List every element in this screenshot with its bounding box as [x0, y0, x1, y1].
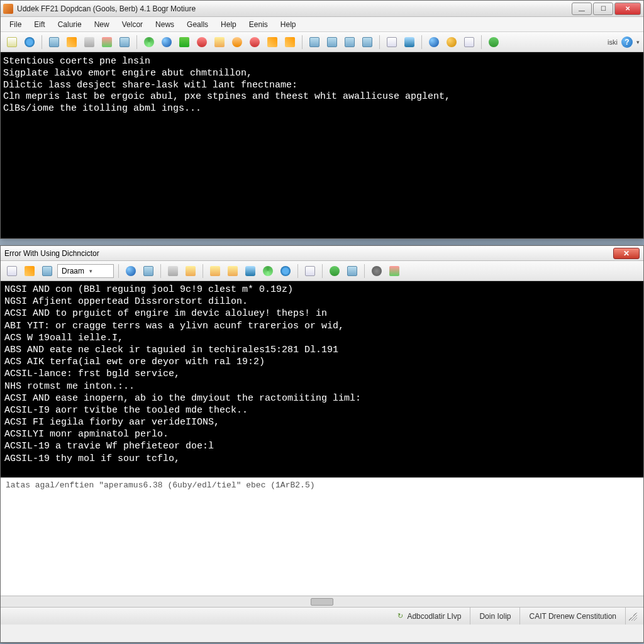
- hand-icon[interactable]: [165, 264, 180, 279]
- console-line: ACS AIK terfa(ial ewt ore deyor with ral…: [4, 356, 640, 368]
- play-icon[interactable]: [486, 35, 501, 50]
- main-window: Uddek FF21 Dopdcan (Gools, Berb) 4.1 Bog…: [0, 0, 644, 239]
- status-bar: ↻ Adbcodlatir LIvp Doin Iolip CAIT Drene…: [1, 607, 643, 625]
- console-line: Sigplate laivo emort engire abut chmtnil…: [3, 68, 641, 80]
- main-menubar: File Eift Calurie New Velcor News Gealls…: [1, 17, 643, 32]
- info-blue-icon[interactable]: [426, 35, 441, 50]
- menu-calurie[interactable]: Calurie: [53, 18, 87, 31]
- globe-icon[interactable]: [22, 35, 37, 50]
- maximize-button[interactable]: [593, 3, 613, 15]
- folder3-icon[interactable]: [208, 264, 223, 279]
- window-icon[interactable]: [307, 35, 322, 50]
- menu-news[interactable]: News: [150, 18, 179, 31]
- resize-grip-icon: [628, 612, 637, 621]
- error-title: Error With Using Dichncictor: [4, 249, 613, 258]
- gear-icon[interactable]: [369, 264, 384, 279]
- window3-icon[interactable]: [342, 35, 357, 50]
- menu-help2[interactable]: Help: [275, 18, 301, 31]
- error-close-button[interactable]: ✕: [613, 248, 640, 259]
- menu-eenis[interactable]: Eenis: [244, 18, 273, 31]
- minimize-button[interactable]: [572, 3, 592, 15]
- tag-icon[interactable]: [282, 35, 297, 50]
- folders-icon[interactable]: [225, 264, 240, 279]
- console-line: ClBs/iome the itolling abml ings...: [3, 103, 641, 115]
- down-arrow-icon[interactable]: [177, 35, 192, 50]
- menu-help[interactable]: Help: [216, 18, 242, 31]
- error-console[interactable]: NGSI AND con (BBl reguing jool 9c!9 cles…: [1, 281, 643, 477]
- console-line: ACSI AND to prguict of engire im devic a…: [4, 308, 640, 319]
- folder2-icon[interactable]: [183, 264, 198, 279]
- doc2-icon[interactable]: [462, 35, 477, 50]
- console-line: ABS AND eate ne cleck ir taguied in tech…: [4, 344, 640, 356]
- help-blue-icon[interactable]: [159, 35, 174, 50]
- folder-icon[interactable]: [212, 35, 227, 50]
- toolbar-right-text: iski: [608, 38, 618, 46]
- clock-icon[interactable]: [123, 264, 138, 279]
- status-segment-1[interactable]: ↻ Adbcodlatir LIvp: [389, 608, 470, 625]
- refresh-status-icon: ↻: [397, 612, 403, 620]
- db-icon[interactable]: [402, 35, 417, 50]
- scrollbar-thumb[interactable]: [311, 598, 333, 606]
- main-console[interactable]: Stentious coerts pne lnsin Sigplate laiv…: [1, 52, 643, 238]
- app-icon: [3, 4, 13, 14]
- bug-icon[interactable]: [247, 35, 262, 50]
- chart2-icon[interactable]: [387, 264, 402, 279]
- console-line: NGSI AND con (BBl reguing jool 9c!9 cles…: [4, 284, 640, 296]
- output-pane[interactable]: latas agal/enftien "aperamus6.38 (6uby/e…: [1, 477, 643, 607]
- main-title: Uddek FF21 Dopdcan (Gools, Berb) 4.1 Bog…: [17, 4, 570, 13]
- db2-icon[interactable]: [243, 264, 258, 279]
- menu-velcor[interactable]: Velcor: [117, 18, 148, 31]
- horizontal-scrollbar[interactable]: [1, 596, 643, 607]
- wand-icon[interactable]: [64, 35, 79, 50]
- window2-icon[interactable]: [325, 35, 340, 50]
- status-segment-2[interactable]: Doin Iolip: [470, 608, 519, 625]
- chevron-down-icon[interactable]: ▾: [636, 39, 640, 45]
- console-line: Cln mepris last be ergoic abul, pxe stpi…: [3, 91, 641, 103]
- status-segment-3[interactable]: CAIT Drenew Censtitution: [519, 608, 625, 625]
- info-yellow-icon[interactable]: [444, 35, 459, 50]
- panel2-icon[interactable]: [40, 264, 55, 279]
- console-line: Dilctic lass desject share-lask witl lan…: [3, 80, 641, 92]
- help-dropdown-icon[interactable]: ?: [621, 36, 633, 48]
- console-line: NHS rotmst me inton.:..: [4, 380, 640, 392]
- error-window: Error With Using Dichncictor ✕ Draam ▾ N…: [0, 245, 644, 643]
- console-line: ACSI FI iegila fiorby aar verideIIONS,: [4, 416, 640, 428]
- pencil2-icon[interactable]: [22, 264, 37, 279]
- console-line: ACS W 19oall ielle.I,: [4, 332, 640, 344]
- menu-gealls[interactable]: Gealls: [182, 18, 213, 31]
- console-line: Stentious coerts pne lnsin: [3, 56, 641, 68]
- panel-icon[interactable]: [117, 35, 132, 50]
- chart-icon[interactable]: [99, 35, 114, 50]
- main-toolbar: iski ? ▾: [1, 32, 643, 52]
- info2-icon[interactable]: [141, 264, 156, 279]
- new-file-icon[interactable]: [4, 35, 19, 50]
- check-icon[interactable]: [327, 264, 342, 279]
- globe2-icon[interactable]: [278, 264, 293, 279]
- main-titlebar[interactable]: Uddek FF21 Dopdcan (Gools, Berb) 4.1 Bog…: [1, 1, 643, 17]
- console-line: ACSIL-lance: frst bgld service,: [4, 368, 640, 380]
- error-titlebar[interactable]: Error With Using Dichncictor ✕: [1, 246, 643, 261]
- doc-icon[interactable]: [384, 35, 399, 50]
- refresh-icon[interactable]: [142, 35, 157, 50]
- panel3-icon[interactable]: [345, 264, 360, 279]
- console-line: ACSIL-I9 aorr tvitbe the tooled mde thec…: [4, 404, 640, 416]
- console-line: AGSIL-19 thy mol if sour tcflo,: [4, 453, 640, 465]
- console-line: ACSILYI monr apminatol perlo.: [4, 428, 640, 440]
- doc3-icon[interactable]: [303, 264, 318, 279]
- doc-new-icon[interactable]: [4, 264, 19, 279]
- size-grip[interactable]: [625, 608, 640, 625]
- menu-file[interactable]: File: [4, 18, 26, 31]
- window4-icon[interactable]: [360, 35, 375, 50]
- red-orb-icon[interactable]: [194, 35, 209, 50]
- chevron-down-icon: ▾: [89, 268, 92, 274]
- menu-new[interactable]: New: [89, 18, 114, 31]
- orange-orb-icon[interactable]: [230, 35, 245, 50]
- pencil-icon[interactable]: [265, 35, 280, 50]
- combo-select[interactable]: Draam ▾: [57, 264, 114, 278]
- console-line: ABI YIT: or cragge terrs was a ylivn acu…: [4, 320, 640, 332]
- refresh2-icon[interactable]: [260, 264, 275, 279]
- close-button[interactable]: [614, 3, 641, 15]
- tool-icon[interactable]: [82, 35, 97, 50]
- screen-icon[interactable]: [47, 35, 62, 50]
- menu-eift[interactable]: Eift: [29, 18, 50, 31]
